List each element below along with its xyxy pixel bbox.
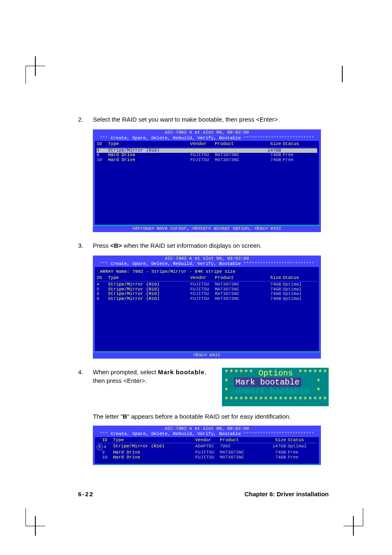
bios-row[interactable]: 4Stripe/Mirror (R10)FUJITSUMAT3073NC74GB… (97, 282, 317, 287)
crop-mark-bottom-left (25, 508, 45, 526)
bios-footer: <Arrows> move cursor, <Enter> accept opt… (93, 226, 321, 232)
bios-row[interactable]: 10 Hard Drive FUJITSU MAT3073NC 74GB Fre… (97, 158, 317, 163)
option-mark-bootable[interactable]: Mark bootable (234, 378, 301, 387)
bios-title: AIC-7902 A at slot 00, 09:02:00 (93, 426, 321, 432)
bootable-marker-icon: B (97, 444, 103, 450)
bios-header-row: ID Type Vendor Product Size Status (97, 142, 317, 147)
bios-menu: *** Create, Spare, Delete, Rebuild, Veri… (93, 431, 321, 437)
step-number: 2. (78, 115, 89, 124)
bios-title: AIC-7902 A at slot 00, 09:02:00 (93, 256, 321, 262)
page-number: 6-22 (78, 491, 94, 497)
step-number: 3. (78, 241, 89, 250)
step-2: 2. Select the RAID set you want to make … (78, 115, 329, 124)
crop-mark-bottom-right (344, 508, 363, 526)
bios-row[interactable]: 6Stripe/Mirror (R10)FUJITSUMAT3073NC74GB… (97, 292, 317, 297)
bios-row-bootable[interactable]: B4 Stripe/Mirror (R10) ADAPTEC 7902 147G… (97, 444, 317, 450)
step-text: Select the RAID set you want to make boo… (93, 115, 329, 124)
bios-title: AIC-7902 A at slot 00, 09:02:00 (93, 130, 321, 136)
bios-menu: *** Create, Spare, Delete, Rebuild, Veri… (93, 136, 321, 141)
chapter-title: Chapter 6: Driver installation (244, 491, 329, 497)
bios-screenshot-2: AIC-7902 A at slot 00, 09:02:00 *** Crea… (93, 256, 321, 359)
bios-row[interactable]: 9 Hard Drive FUJITSU MAT3073NC 74GB Free (97, 153, 317, 158)
note-text: The letter "B" appears before a bootable… (93, 412, 329, 421)
bios-row[interactable]: 10 Hard Drive FUJITSU MAT3073NC 74GB Fre… (97, 455, 317, 460)
page-content: 2. Select the RAID set you want to make … (78, 115, 329, 474)
step-3: 3. Press <B> when the RAID set informati… (78, 241, 329, 250)
bios-header-row: ID Type Vendor Product Size Status (97, 276, 317, 281)
bios-screenshot-3: AIC-7902 A at slot 00, 09:02:00 *** Crea… (93, 426, 321, 465)
bios-footer: <Esc> exit (93, 352, 321, 358)
bios-array-name: ARRAY Name: 7902 - Stripe/Mirror - 64K s… (97, 268, 317, 276)
crop-mark-top-right (342, 66, 343, 82)
crop-mark-top-left (25, 66, 45, 84)
options-popup: ****** Options ******* * Mark bootable *… (222, 368, 329, 406)
bios-menu: *** Create, Spare, Delete, Rebuild, Veri… (93, 261, 321, 267)
bios-header-row: ID Type Vendor Product Size Status (97, 438, 317, 444)
step-text: Press <B> when the RAID set information … (93, 241, 329, 250)
step-number: 4. (78, 368, 89, 406)
bios-screenshot-1: AIC-7902 A at slot 00, 09:02:00 *** Crea… (93, 129, 321, 232)
step-text: When prompted, select Mark bootable, the… (93, 368, 217, 385)
step-4: 4. When prompted, select Mark bootable, … (78, 368, 329, 406)
page-footer: 6-22 Chapter 6: Driver installation (78, 491, 329, 497)
option-unmark-bootable[interactable]: Unmark bootable (234, 387, 311, 396)
bios-row[interactable]: 8Stripe/Mirror (R10)FUJITSUMAT3073NC74GB… (97, 297, 317, 302)
